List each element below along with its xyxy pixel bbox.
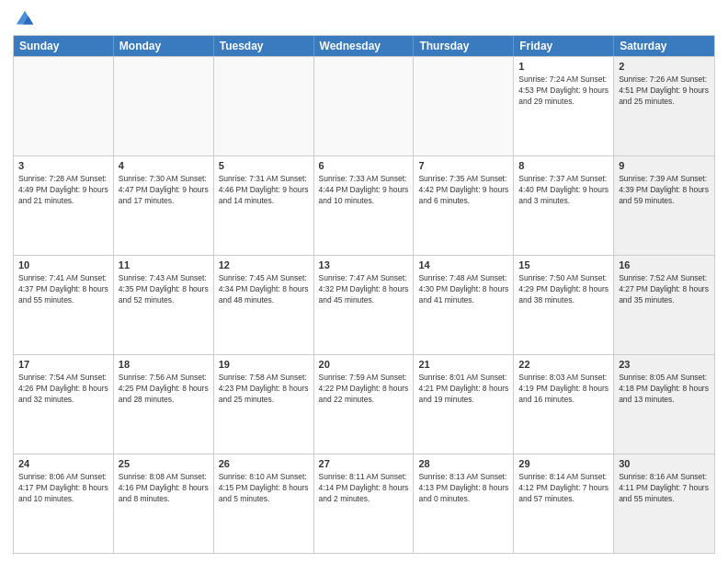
day-number: 24 xyxy=(18,457,108,471)
day-info: Sunrise: 7:50 AM Sunset: 4:29 PM Dayligh… xyxy=(518,273,609,306)
day-cell-0-0 xyxy=(14,57,114,155)
day-cell-1-5: 8Sunrise: 7:37 AM Sunset: 4:40 PM Daylig… xyxy=(514,156,614,255)
day-info: Sunrise: 7:52 AM Sunset: 4:27 PM Dayligh… xyxy=(619,273,710,306)
day-info: Sunrise: 7:24 AM Sunset: 4:53 PM Dayligh… xyxy=(518,75,609,108)
day-info: Sunrise: 8:16 AM Sunset: 4:11 PM Dayligh… xyxy=(619,472,710,505)
logo xyxy=(13,9,35,29)
day-info: Sunrise: 7:54 AM Sunset: 4:26 PM Dayligh… xyxy=(18,373,108,406)
day-cell-3-3: 20Sunrise: 7:59 AM Sunset: 4:22 PM Dayli… xyxy=(314,355,415,454)
day-info: Sunrise: 7:45 AM Sunset: 4:34 PM Dayligh… xyxy=(219,273,309,306)
day-number: 20 xyxy=(319,358,409,372)
day-number: 12 xyxy=(219,259,309,272)
day-cell-0-3 xyxy=(314,57,415,155)
day-number: 8 xyxy=(518,159,609,173)
day-info: Sunrise: 7:47 AM Sunset: 4:32 PM Dayligh… xyxy=(319,273,409,306)
week-row-5: 24Sunrise: 8:06 AM Sunset: 4:17 PM Dayli… xyxy=(14,454,714,553)
week-row-1: 1Sunrise: 7:24 AM Sunset: 4:53 PM Daylig… xyxy=(14,56,714,155)
header-saturday: Saturday xyxy=(614,36,714,56)
day-info: Sunrise: 8:10 AM Sunset: 4:15 PM Dayligh… xyxy=(219,472,309,505)
day-number: 15 xyxy=(518,259,609,272)
day-cell-1-2: 5Sunrise: 7:31 AM Sunset: 4:46 PM Daylig… xyxy=(214,156,314,255)
day-number: 4 xyxy=(119,159,209,173)
day-cell-2-3: 13Sunrise: 7:47 AM Sunset: 4:32 PM Dayli… xyxy=(314,256,415,354)
header xyxy=(13,9,715,29)
day-info: Sunrise: 8:11 AM Sunset: 4:14 PM Dayligh… xyxy=(319,472,409,505)
header-monday: Monday xyxy=(114,36,214,56)
day-number: 14 xyxy=(418,259,508,272)
day-number: 19 xyxy=(219,358,309,372)
calendar-header: Sunday Monday Tuesday Wednesday Thursday… xyxy=(14,36,714,56)
day-number: 22 xyxy=(518,358,609,372)
day-cell-3-2: 19Sunrise: 7:58 AM Sunset: 4:23 PM Dayli… xyxy=(214,355,314,454)
day-cell-0-4 xyxy=(414,57,514,155)
day-info: Sunrise: 7:48 AM Sunset: 4:30 PM Dayligh… xyxy=(418,273,508,306)
day-cell-2-1: 11Sunrise: 7:43 AM Sunset: 4:35 PM Dayli… xyxy=(114,256,214,354)
day-info: Sunrise: 7:58 AM Sunset: 4:23 PM Dayligh… xyxy=(219,373,309,406)
day-number: 5 xyxy=(219,159,309,173)
day-info: Sunrise: 7:33 AM Sunset: 4:44 PM Dayligh… xyxy=(319,174,409,207)
day-number: 6 xyxy=(319,159,409,173)
day-info: Sunrise: 7:31 AM Sunset: 4:46 PM Dayligh… xyxy=(219,174,309,207)
header-tuesday: Tuesday xyxy=(214,36,314,56)
day-info: Sunrise: 7:43 AM Sunset: 4:35 PM Dayligh… xyxy=(119,273,209,306)
day-info: Sunrise: 8:06 AM Sunset: 4:17 PM Dayligh… xyxy=(18,472,108,505)
day-info: Sunrise: 8:14 AM Sunset: 4:12 PM Dayligh… xyxy=(518,472,609,505)
day-number: 28 xyxy=(418,457,508,471)
day-info: Sunrise: 8:05 AM Sunset: 4:18 PM Dayligh… xyxy=(619,373,710,406)
day-number: 29 xyxy=(518,457,609,471)
day-info: Sunrise: 8:13 AM Sunset: 4:13 PM Dayligh… xyxy=(418,472,508,505)
day-number: 16 xyxy=(619,259,710,272)
day-number: 13 xyxy=(319,259,409,272)
day-number: 10 xyxy=(18,259,108,272)
day-number: 1 xyxy=(518,60,609,74)
day-cell-0-2 xyxy=(214,57,314,155)
logo-icon xyxy=(15,9,35,29)
day-info: Sunrise: 7:37 AM Sunset: 4:40 PM Dayligh… xyxy=(518,174,609,207)
day-info: Sunrise: 8:01 AM Sunset: 4:21 PM Dayligh… xyxy=(418,373,508,406)
day-number: 11 xyxy=(119,259,209,272)
day-info: Sunrise: 7:28 AM Sunset: 4:49 PM Dayligh… xyxy=(18,174,108,207)
day-number: 2 xyxy=(619,60,710,74)
day-number: 21 xyxy=(418,358,508,372)
week-row-3: 10Sunrise: 7:41 AM Sunset: 4:37 PM Dayli… xyxy=(14,255,714,354)
day-number: 9 xyxy=(619,159,710,173)
day-cell-1-3: 6Sunrise: 7:33 AM Sunset: 4:44 PM Daylig… xyxy=(314,156,415,255)
header-thursday: Thursday xyxy=(414,36,514,56)
day-cell-4-2: 26Sunrise: 8:10 AM Sunset: 4:15 PM Dayli… xyxy=(214,454,314,553)
day-number: 25 xyxy=(119,457,209,471)
day-cell-4-6: 30Sunrise: 8:16 AM Sunset: 4:11 PM Dayli… xyxy=(614,454,714,553)
day-cell-2-5: 15Sunrise: 7:50 AM Sunset: 4:29 PM Dayli… xyxy=(514,256,614,354)
day-number: 23 xyxy=(619,358,710,372)
page: Sunday Monday Tuesday Wednesday Thursday… xyxy=(0,0,728,563)
day-info: Sunrise: 7:35 AM Sunset: 4:42 PM Dayligh… xyxy=(418,174,508,207)
day-info: Sunrise: 7:59 AM Sunset: 4:22 PM Dayligh… xyxy=(319,373,409,406)
day-cell-4-0: 24Sunrise: 8:06 AM Sunset: 4:17 PM Dayli… xyxy=(14,454,114,553)
day-cell-4-1: 25Sunrise: 8:08 AM Sunset: 4:16 PM Dayli… xyxy=(114,454,214,553)
day-cell-3-1: 18Sunrise: 7:56 AM Sunset: 4:25 PM Dayli… xyxy=(114,355,214,454)
day-cell-0-5: 1Sunrise: 7:24 AM Sunset: 4:53 PM Daylig… xyxy=(514,57,614,155)
day-cell-4-5: 29Sunrise: 8:14 AM Sunset: 4:12 PM Dayli… xyxy=(514,454,614,553)
header-friday: Friday xyxy=(514,36,614,56)
day-info: Sunrise: 8:08 AM Sunset: 4:16 PM Dayligh… xyxy=(119,472,209,505)
day-cell-1-0: 3Sunrise: 7:28 AM Sunset: 4:49 PM Daylig… xyxy=(14,156,114,255)
day-cell-2-0: 10Sunrise: 7:41 AM Sunset: 4:37 PM Dayli… xyxy=(14,256,114,354)
calendar-body: 1Sunrise: 7:24 AM Sunset: 4:53 PM Daylig… xyxy=(14,56,714,553)
day-info: Sunrise: 7:30 AM Sunset: 4:47 PM Dayligh… xyxy=(119,174,209,207)
day-info: Sunrise: 7:26 AM Sunset: 4:51 PM Dayligh… xyxy=(619,75,710,108)
day-cell-3-0: 17Sunrise: 7:54 AM Sunset: 4:26 PM Dayli… xyxy=(14,355,114,454)
day-cell-3-4: 21Sunrise: 8:01 AM Sunset: 4:21 PM Dayli… xyxy=(414,355,514,454)
day-number: 27 xyxy=(319,457,409,471)
day-info: Sunrise: 8:03 AM Sunset: 4:19 PM Dayligh… xyxy=(518,373,609,406)
day-cell-2-6: 16Sunrise: 7:52 AM Sunset: 4:27 PM Dayli… xyxy=(614,256,714,354)
day-cell-3-5: 22Sunrise: 8:03 AM Sunset: 4:19 PM Dayli… xyxy=(514,355,614,454)
day-cell-1-4: 7Sunrise: 7:35 AM Sunset: 4:42 PM Daylig… xyxy=(414,156,514,255)
header-sunday: Sunday xyxy=(14,36,114,56)
day-cell-1-6: 9Sunrise: 7:39 AM Sunset: 4:39 PM Daylig… xyxy=(614,156,714,255)
day-number: 7 xyxy=(418,159,508,173)
day-number: 30 xyxy=(619,457,710,471)
calendar: Sunday Monday Tuesday Wednesday Thursday… xyxy=(13,35,715,554)
day-info: Sunrise: 7:41 AM Sunset: 4:37 PM Dayligh… xyxy=(18,273,108,306)
day-cell-0-6: 2Sunrise: 7:26 AM Sunset: 4:51 PM Daylig… xyxy=(614,57,714,155)
day-cell-0-1 xyxy=(114,57,214,155)
day-cell-2-2: 12Sunrise: 7:45 AM Sunset: 4:34 PM Dayli… xyxy=(214,256,314,354)
